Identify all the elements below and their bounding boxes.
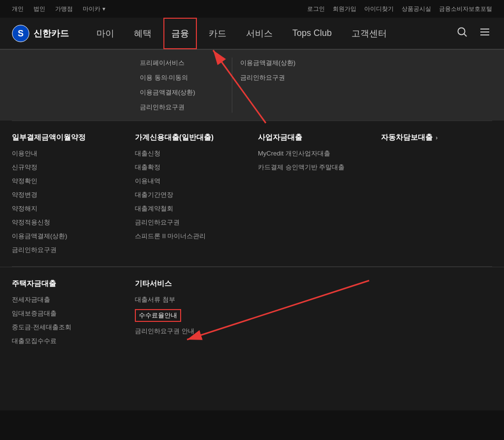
dropdown-item-payment2[interactable]: 이용금액결제(상환) xyxy=(240,58,324,68)
section-links-1: 이용안내 신규약정 약정확인 약정변경 약정해지 약정적용신청 이용금액결제(상… xyxy=(12,149,123,254)
link-payment-repay[interactable]: 이용금액결제(상환) xyxy=(12,232,123,241)
section-title-3: 사업자금대출 xyxy=(258,133,369,142)
chevron-right-icon: › xyxy=(436,134,438,141)
section-title-housing: 주택자금대출 xyxy=(12,279,123,288)
link-jeonse-loan[interactable]: 전세자금대출 xyxy=(12,295,123,304)
logo[interactable]: S 신한카드 xyxy=(12,25,69,42)
link-rate-reduction-2[interactable]: 금리인하요구권 xyxy=(135,218,246,227)
link-agreement-cancel[interactable]: 약정해지 xyxy=(12,204,123,213)
dropdown-item-rate-reduction[interactable]: 금리인하요구권 xyxy=(140,102,224,113)
chevron-down-icon: ▾ xyxy=(102,5,105,12)
link-agreement-confirm[interactable]: 약정확인 xyxy=(12,177,123,186)
main-navigation: S 신한카드 마이 혜택 금융 카드 서비스 Tops Club 고객센터 xyxy=(0,18,504,49)
svg-text:S: S xyxy=(18,29,24,38)
link-card-based-loan[interactable]: 카드결제 승인액기반 주말대출 xyxy=(258,163,369,172)
footer xyxy=(0,410,504,440)
link-jungdo-loan[interactable]: 중도금·전세대출조회 xyxy=(12,323,123,332)
link-rental-deposit-loan[interactable]: 임대보증금대출 xyxy=(12,309,123,318)
top-utility-bar: 개인 법인 가맹점 마이카 ▾ 로그인 회원가입 아이디찾기 상품공시실 금융소… xyxy=(0,0,504,18)
section-business-loan: 사업자금대출 MyCredit 개인사업자대출 카드결제 승인액기반 주말대출 xyxy=(258,133,369,254)
section-other-services: 기타서비스 대출서류 첨부 수수료율안내 금리인하요구권 안내 xyxy=(135,279,246,346)
link-loan-cancel[interactable]: 대출계약철회 xyxy=(135,204,246,213)
section-installment-deferral: 일부결제금액이월약정 이용안내 신규약정 약정확인 약정변경 약정해지 약정적용… xyxy=(12,133,123,254)
link-loan-extension[interactable]: 대출기간연장 xyxy=(135,190,246,199)
top-nav-individual[interactable]: 개인 xyxy=(12,5,24,13)
top-nav-myca[interactable]: 마이카 ▾ xyxy=(83,5,105,13)
section-links-3: MyCredit 개인사업자대출 카드결제 승인액기반 주말대출 xyxy=(258,149,369,172)
link-agreement-change[interactable]: 약정변경 xyxy=(12,190,123,199)
nav-item-service[interactable]: 서비스 xyxy=(238,18,281,49)
link-fee-guide[interactable]: 수수료율안내 xyxy=(135,309,246,322)
top-nav-corporate[interactable]: 법인 xyxy=(33,5,45,13)
section-links-other: 대출서류 첨부 수수료율안내 금리인하요구권 안내 xyxy=(135,295,246,336)
nav-right xyxy=(455,25,492,42)
search-icon xyxy=(457,27,468,37)
section-household-loan: 가계신용대출(일반대출) 대출신청 대출확정 이용내역 대출기간연장 대출계약철… xyxy=(135,133,246,254)
section-title-other: 기타서비스 xyxy=(135,279,246,288)
nav-item-card[interactable]: 카드 xyxy=(201,18,234,49)
logo-text: 신한카드 xyxy=(33,28,69,39)
search-button[interactable] xyxy=(455,25,470,42)
link-loan-apply[interactable]: 대출신청 xyxy=(135,149,246,158)
link-mycredit[interactable]: MyCredit 개인사업자대출 xyxy=(258,149,369,158)
top-nav-franchise[interactable]: 가맹점 xyxy=(55,5,73,13)
dropdown-col-1: 프리페이서비스 이용 동의·미동의 이용금액결제(상환) 금리인하요구권 xyxy=(140,58,224,113)
section-title-2: 가계신용대출(일반대출) xyxy=(135,133,246,142)
svg-line-3 xyxy=(464,34,467,37)
dropdown-col-2: 이용금액결제(상환) 금리인하요구권 xyxy=(240,58,324,113)
section-links-housing: 전세자금대출 임대보증금대출 중도금·전세대출조회 대출모집수수료 xyxy=(12,295,123,346)
section-empty-2 xyxy=(381,279,492,346)
dropdown-item-prepay[interactable]: 프리페이서비스 xyxy=(140,58,224,68)
link-rate-reduction-guide[interactable]: 금리인하요구권 안내 xyxy=(135,327,246,336)
link-loan-history[interactable]: 이용내역 xyxy=(135,177,246,186)
section-links-2: 대출신청 대출확정 이용내역 대출기간연장 대출계약철회 금리인하요구권 스피드… xyxy=(135,149,246,241)
section-title-4: 자동차담보대출 › xyxy=(381,133,492,142)
link-speedlon[interactable]: 스피드론 II 마이너스관리 xyxy=(135,232,246,241)
logo-icon: S xyxy=(12,25,30,42)
link-usage-guide[interactable]: 이용안내 xyxy=(12,149,123,158)
nav-item-benefits[interactable]: 혜택 xyxy=(126,18,159,49)
top-nav-consumer-protection[interactable]: 금융소비자보호포털 xyxy=(439,5,492,13)
link-loan-confirm[interactable]: 대출확정 xyxy=(135,163,246,172)
dropdown-item-agreement[interactable]: 이용 동의·미동의 xyxy=(140,72,224,83)
hamburger-icon xyxy=(479,27,490,37)
top-nav-signup[interactable]: 회원가입 xyxy=(333,5,356,13)
top-bar-right: 로그인 회원가입 아이디찾기 상품공시실 금융소비자보호포털 xyxy=(307,5,492,13)
hamburger-menu-button[interactable] xyxy=(477,25,492,42)
nav-item-finance[interactable]: 금융 xyxy=(163,18,197,49)
nav-item-mai[interactable]: 마이 xyxy=(89,18,122,49)
link-rate-reduction-1[interactable]: 금리인하요구권 xyxy=(12,246,123,254)
dropdown-submenu: 프리페이서비스 이용 동의·미동의 이용금액결제(상환) 금리인하요구권 이용금… xyxy=(0,49,504,121)
link-new-agreement[interactable]: 신규약정 xyxy=(12,163,123,172)
link-agreement-apply[interactable]: 약정적용신청 xyxy=(12,218,123,227)
top-nav-login[interactable]: 로그인 xyxy=(307,5,325,13)
top-bar-left: 개인 법인 가맹점 마이카 ▾ xyxy=(12,5,105,13)
section-housing-loan: 주택자금대출 전세자금대출 임대보증금대출 중도금·전세대출조회 대출모집수수료 xyxy=(12,279,123,346)
bottom-content-grid: 주택자금대출 전세자금대출 임대보증금대출 중도금·전세대출조회 대출모집수수료… xyxy=(0,267,504,357)
section-auto-collateral-loan: 자동차담보대출 › xyxy=(381,133,492,254)
nav-item-customer-center[interactable]: 고객센터 xyxy=(344,18,395,49)
dropdown-item-rate-reduction2[interactable]: 금리인하요구권 xyxy=(240,72,324,83)
section-empty-1 xyxy=(258,279,369,346)
top-nav-product-disclosure[interactable]: 상품공시실 xyxy=(402,5,431,13)
main-content-grid: 일부결제금액이월약정 이용안내 신규약정 약정확인 약정변경 약정해지 약정적용… xyxy=(0,121,504,266)
dropdown-item-payment[interactable]: 이용금액결제(상환) xyxy=(140,87,224,98)
svg-point-2 xyxy=(458,28,465,35)
nav-item-tops-club[interactable]: Tops Club xyxy=(284,18,340,49)
nav-items: 마이 혜택 금융 카드 서비스 Tops Club 고객센터 xyxy=(89,18,455,49)
section-title-1: 일부결제금액이월약정 xyxy=(12,133,123,142)
top-nav-find-id[interactable]: 아이디찾기 xyxy=(364,5,394,13)
link-loan-agent-fee[interactable]: 대출모집수수료 xyxy=(12,337,123,346)
highlighted-fee-guide[interactable]: 수수료율안내 xyxy=(135,309,181,322)
link-doc-attach[interactable]: 대출서류 첨부 xyxy=(135,295,246,304)
